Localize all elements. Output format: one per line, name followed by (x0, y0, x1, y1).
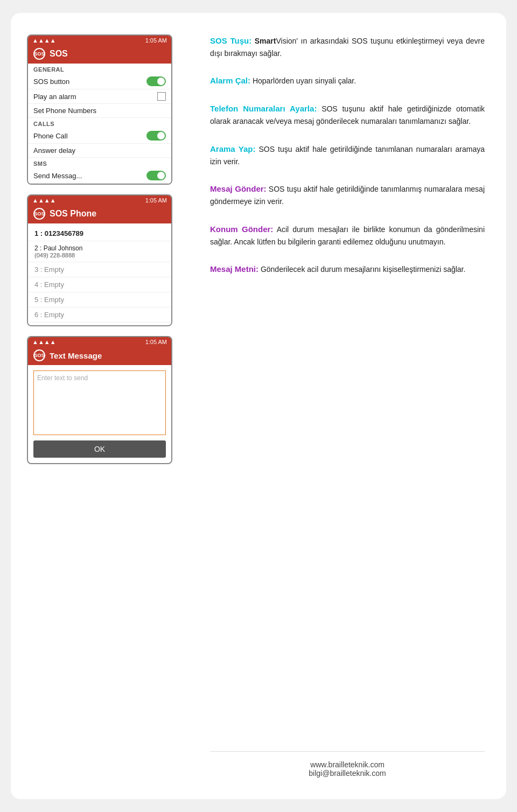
sos-button-label: SOS button (33, 78, 69, 86)
contact-list: 1 : 0123456789 2 : Paul Johnson (049) 22… (28, 223, 171, 325)
contact-6-label: 6 : Empty (34, 311, 64, 319)
right-column: SOS Tuşu: SmartVision' ın arkasındaki SO… (194, 29, 490, 783)
phone-call-toggle[interactable] (146, 131, 166, 141)
phone1-signal: ▲▲▲▲ (32, 37, 56, 44)
alarm-title: Alarm Çal: (210, 76, 250, 85)
sos-badge-2: SOS (33, 208, 45, 220)
answer-delay-label: Answer delay (33, 146, 75, 155)
sos-text: SOS Tuşu: SmartVision' ın arkasındaki SO… (210, 34, 485, 59)
section-send-location: Konum Gönder: Acil durum mesajları ile b… (210, 223, 485, 248)
message-text-body: Gönderilecek acil durum mesajlarını kişi… (261, 265, 465, 274)
contact-5-label: 5 : Empty (34, 296, 64, 304)
sos-body: SmartVision' ın arkasındaki SOS tuşunu e… (210, 37, 485, 58)
phone2-title-bar: SOS SOS Phone (28, 205, 171, 223)
contact-2: 2 : Paul Johnson (049) 228-8888 (28, 241, 171, 262)
phone1-time: 1:05 AM (145, 37, 167, 44)
general-label: GENERAL (28, 64, 171, 74)
send-message-label: Send Messag... (33, 172, 82, 180)
section-send-message: Mesaj Gönder: SOS tuşu aktif hale getiri… (210, 183, 485, 207)
set-phone-numbers-row: Set Phone Numbers (28, 104, 171, 118)
section-phone-numbers: Telefon Numaraları Ayarla: SOS tuşunu ak… (210, 102, 485, 127)
phone2-signal: ▲▲▲▲ (32, 197, 56, 204)
phone1-statusbar: ▲▲▲▲ 1:05 AM (28, 36, 171, 45)
send-message-title: Mesaj Gönder: (210, 184, 267, 193)
play-alarm-label: Play an alarm (33, 93, 76, 101)
contact-2-phone: (049) 228-8888 (34, 252, 165, 258)
phone3-time: 1:05 AM (145, 339, 167, 345)
contact-6: 6 : Empty (28, 307, 171, 323)
phone-numbers-text: Telefon Numaraları Ayarla: SOS tuşunu ak… (210, 102, 485, 127)
phone2-statusbar: ▲▲▲▲ 1:05 AM (28, 195, 171, 205)
text-placeholder: Enter text to send (37, 374, 88, 382)
section-alarm: Alarm Çal: Hoparlörden uyarı sinyali çal… (210, 74, 485, 87)
section-call: Arama Yap: SOS tuşu aktif hale getirildi… (210, 143, 485, 167)
contact-4-label: 4 : Empty (34, 281, 64, 289)
phone-call-label: Phone Call (33, 132, 68, 140)
contact-5: 5 : Empty (28, 292, 171, 307)
phone3-mockup: ▲▲▲▲ 1:05 AM SOS Text Message Enter text… (27, 336, 172, 464)
ok-button[interactable]: OK (33, 440, 166, 458)
contact-1-num: 1 : 0123456789 (34, 229, 83, 237)
contact-1: 1 : 0123456789 (28, 226, 171, 241)
play-alarm-checkbox[interactable] (157, 92, 166, 101)
phone1-mockup: ▲▲▲▲ 1:05 AM SOS SOS GENERAL SOS button … (27, 34, 172, 185)
phone1-title-bar: SOS SOS (28, 45, 171, 64)
sos-button-row: SOS button (28, 74, 171, 89)
phone2-body: 1 : 0123456789 2 : Paul Johnson (049) 22… (28, 223, 171, 325)
phone2-title: SOS Phone (50, 209, 96, 219)
phone1-title: SOS (50, 49, 68, 59)
sos-badge-3: SOS (33, 349, 45, 361)
contact-2-name: 2 : Paul Johnson (34, 244, 165, 252)
answer-delay-row: Answer delay (28, 144, 171, 158)
sos-badge: SOS (33, 48, 45, 60)
section-sos: SOS Tuşu: SmartVision' ın arkasındaki SO… (210, 34, 485, 59)
page-container: ▲▲▲▲ 1:05 AM SOS SOS GENERAL SOS button … (11, 13, 506, 799)
phone1-body: GENERAL SOS button Play an alarm Set Pho… (28, 64, 171, 184)
send-message-row: Send Messag... (28, 168, 171, 184)
phone-numbers-title: Telefon Numaraları Ayarla: (210, 104, 317, 113)
footer-website: www.brailleteknik.com (210, 760, 485, 769)
call-text: Arama Yap: SOS tuşu aktif hale getirildi… (210, 143, 485, 167)
calls-label: CALLS (28, 118, 171, 128)
call-title: Arama Yap: (210, 144, 255, 153)
send-location-title: Konum Gönder: (210, 225, 273, 234)
phone3-signal: ▲▲▲▲ (32, 339, 56, 345)
phone3-body: Enter text to send OK (28, 370, 171, 458)
footer-email: bilgi@brailleteknik.com (210, 769, 485, 778)
set-phone-numbers-label: Set Phone Numbers (33, 107, 96, 115)
message-text-text: Mesaj Metni: Gönderilecek acil durum mes… (210, 263, 485, 276)
left-column: ▲▲▲▲ 1:05 AM SOS SOS GENERAL SOS button … (27, 29, 194, 783)
footer: www.brailleteknik.com bilgi@brailletekni… (210, 751, 485, 778)
text-input-area[interactable]: Enter text to send (33, 370, 166, 435)
phone2-mockup: ▲▲▲▲ 1:05 AM SOS SOS Phone 1 : 012345678… (27, 194, 172, 326)
contact-3-label: 3 : Empty (34, 265, 64, 274)
phone-call-row: Phone Call (28, 128, 171, 144)
alarm-body: Hoparlörden uyarı sinyali çalar. (253, 76, 356, 85)
alarm-text: Alarm Çal: Hoparlörden uyarı sinyali çal… (210, 74, 485, 87)
contact-3: 3 : Empty (28, 262, 171, 277)
sos-title: SOS Tuşu: (210, 36, 251, 45)
send-location-text: Konum Gönder: Acil durum mesajları ile b… (210, 223, 485, 248)
phone2-time: 1:05 AM (145, 197, 167, 204)
contact-4: 4 : Empty (28, 277, 171, 292)
phone3-statusbar: ▲▲▲▲ 1:05 AM (28, 337, 171, 347)
play-alarm-row: Play an alarm (28, 89, 171, 104)
message-text-title: Mesaj Metni: (210, 264, 258, 274)
phone3-title-bar: SOS Text Message (28, 347, 171, 365)
sms-label: SMS (28, 158, 171, 168)
send-message-toggle[interactable] (146, 171, 166, 180)
phone3-title: Text Message (50, 351, 102, 360)
send-message-text: Mesaj Gönder: SOS tuşu aktif hale getiri… (210, 183, 485, 207)
section-message-text: Mesaj Metni: Gönderilecek acil durum mes… (210, 263, 485, 276)
sos-button-toggle[interactable] (146, 76, 166, 86)
